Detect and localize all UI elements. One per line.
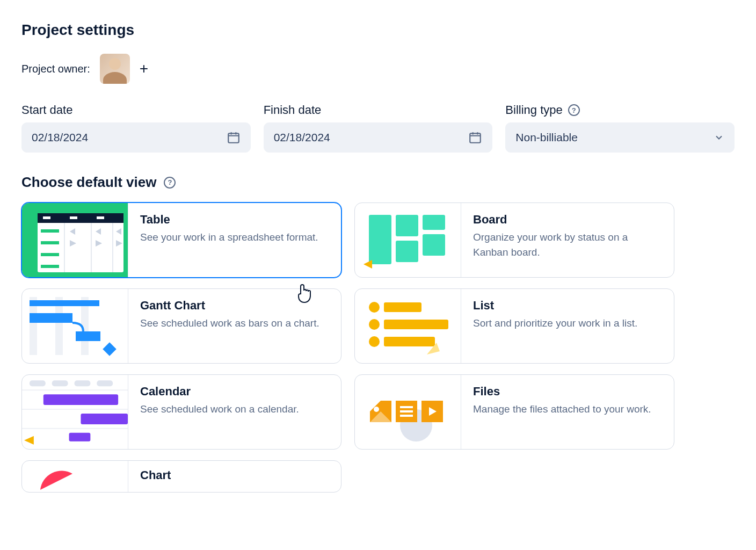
svg-rect-32 <box>103 342 116 356</box>
chevron-down-icon <box>714 132 724 143</box>
view-title: Calendar <box>140 385 299 399</box>
view-option-gantt[interactable]: Gantt Chart See scheduled work as bars o… <box>21 288 341 364</box>
finish-date-label: Finish date <box>264 103 493 117</box>
view-option-chart[interactable]: Chart <box>21 460 341 493</box>
svg-rect-24 <box>423 234 445 256</box>
svg-marker-25 <box>364 260 372 269</box>
svg-rect-12 <box>41 253 59 256</box>
svg-rect-57 <box>400 406 413 408</box>
view-options-grid: Table See your work in a spreadsheet for… <box>21 202 735 493</box>
svg-rect-40 <box>30 380 46 386</box>
svg-rect-23 <box>423 215 445 230</box>
svg-rect-11 <box>41 241 59 244</box>
billing-type-field: Billing type ? Non-billiable <box>505 103 735 153</box>
start-date-field: Start date 02/18/2024 <box>21 103 251 153</box>
svg-rect-47 <box>43 394 118 405</box>
view-desc: See scheduled work as bars on a chart. <box>140 316 319 331</box>
billing-type-value: Non-billiable <box>515 131 578 144</box>
svg-rect-42 <box>75 380 91 386</box>
svg-rect-20 <box>369 215 391 264</box>
svg-rect-29 <box>30 300 99 306</box>
svg-rect-10 <box>41 229 59 233</box>
finish-date-input[interactable]: 02/18/2024 <box>264 122 493 153</box>
view-option-files[interactable]: Files Manage the files attached to your … <box>354 374 674 450</box>
svg-rect-59 <box>400 415 413 417</box>
svg-rect-43 <box>97 380 113 386</box>
svg-rect-38 <box>384 337 435 346</box>
svg-rect-4 <box>43 216 50 219</box>
svg-rect-22 <box>396 241 418 262</box>
svg-rect-34 <box>384 302 421 312</box>
finish-date-value: 02/18/2024 <box>274 131 330 144</box>
project-owner-row: Project owner: + <box>21 54 735 84</box>
chart-thumb-icon <box>22 461 128 492</box>
svg-rect-30 <box>30 313 72 323</box>
view-desc: Sort and prioritize your work in a list. <box>473 316 637 331</box>
view-option-table[interactable]: Table See your work in a spreadsheet for… <box>21 202 341 278</box>
svg-rect-49 <box>69 433 91 442</box>
svg-rect-6 <box>97 216 104 219</box>
svg-rect-58 <box>400 410 413 412</box>
svg-rect-41 <box>52 380 68 386</box>
owner-avatar[interactable] <box>100 54 130 84</box>
view-desc: Manage the files attached to your work. <box>473 402 651 417</box>
svg-rect-0 <box>228 133 239 142</box>
finish-date-field: Finish date 02/18/2024 <box>264 103 493 153</box>
view-option-board[interactable]: Board Organize your work by status on a … <box>354 202 674 278</box>
billing-type-label: Billing type <box>505 103 562 117</box>
start-date-label: Start date <box>21 103 251 117</box>
svg-rect-1 <box>470 133 481 142</box>
svg-rect-48 <box>81 414 128 424</box>
view-title: Chart <box>140 468 171 482</box>
svg-rect-21 <box>396 215 418 236</box>
svg-marker-50 <box>24 436 34 445</box>
calendar-icon <box>468 131 482 144</box>
page-title: Project settings <box>21 21 735 39</box>
svg-rect-13 <box>41 265 59 268</box>
add-owner-button[interactable]: + <box>140 61 148 76</box>
svg-rect-5 <box>70 216 77 219</box>
view-desc: See scheduled work on a calendar. <box>140 402 299 417</box>
start-date-value: 02/18/2024 <box>32 131 88 144</box>
billing-type-select[interactable]: Non-billiable <box>505 122 735 153</box>
view-title: List <box>473 299 637 313</box>
help-icon[interactable]: ? <box>164 177 176 189</box>
calendar-thumb-icon <box>22 375 128 449</box>
view-option-list[interactable]: List Sort and prioritize your work in a … <box>354 288 674 364</box>
board-thumb-icon <box>355 203 461 277</box>
gantt-thumb-icon <box>22 289 128 363</box>
svg-rect-31 <box>76 331 100 341</box>
svg-point-54 <box>374 407 379 412</box>
files-thumb-icon <box>355 375 461 449</box>
default-view-heading: Choose default view ? <box>21 174 735 191</box>
table-thumb-icon <box>22 203 128 277</box>
start-date-input[interactable]: 02/18/2024 <box>21 122 251 153</box>
calendar-icon <box>227 131 241 144</box>
view-option-calendar[interactable]: Calendar See scheduled work on a calenda… <box>21 374 341 450</box>
view-desc: See your work in a spreadsheet format. <box>140 230 318 245</box>
view-title: Files <box>473 385 651 399</box>
svg-point-33 <box>369 302 380 313</box>
svg-point-35 <box>369 319 380 330</box>
svg-point-37 <box>369 336 380 347</box>
view-title: Table <box>140 213 318 227</box>
view-title: Gantt Chart <box>140 299 319 313</box>
svg-rect-36 <box>384 320 448 329</box>
list-thumb-icon <box>355 289 461 363</box>
project-owner-label: Project owner: <box>21 63 90 75</box>
view-desc: Organize your work by status on a Kanban… <box>473 230 662 259</box>
view-title: Board <box>473 213 662 227</box>
help-icon[interactable]: ? <box>568 104 580 116</box>
